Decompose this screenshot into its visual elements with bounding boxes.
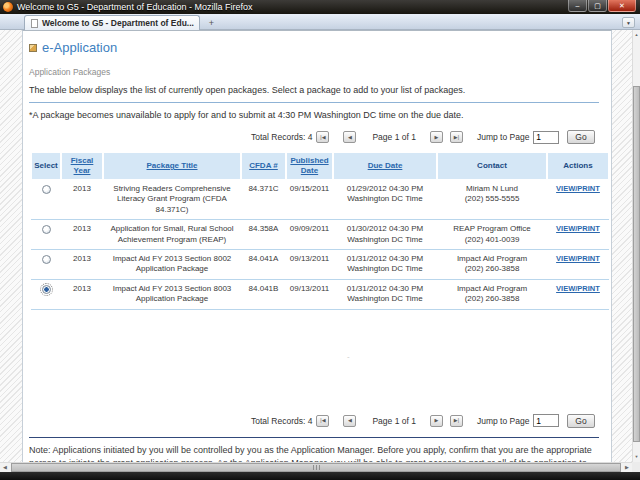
published-date-cell: 09/15/2011: [286, 180, 333, 220]
first-page-button[interactable]: |◀: [316, 415, 329, 427]
due-date-cell: 01/31/2012 04:30 PMWashington DC Time: [333, 280, 437, 310]
window-titlebar[interactable]: Welcome to G5 - Department of Education …: [0, 0, 640, 14]
table-header-row: Select Fiscal Year Package Title CFDA # …: [31, 152, 609, 180]
row-select-radio[interactable]: [42, 225, 51, 234]
page-indicator: Page 1 of 1: [372, 416, 415, 426]
last-page-button[interactable]: ▶|: [450, 415, 463, 427]
published-date-cell: 09/13/2011: [286, 280, 333, 310]
scroll-left-icon[interactable]: ◀: [0, 463, 10, 472]
view-print-link[interactable]: VIEW/PRINT: [556, 284, 600, 293]
actions-cell: VIEW/PRINT: [547, 280, 609, 310]
page-content: e-Application Application Packages The t…: [22, 30, 612, 462]
fiscal-year-cell: 2013: [61, 220, 103, 250]
divider-navy: [29, 437, 599, 438]
published-date-cell: 09/09/2011: [286, 220, 333, 250]
pagination-top: Total Records: 4 |◀ ◀ Page 1 of 1 ▶ ▶| J…: [251, 130, 601, 144]
table-row: 2013 Striving Readers Comprehensive Lite…: [31, 180, 609, 220]
scroll-down-icon[interactable]: ▼: [633, 452, 640, 462]
row-select-radio[interactable]: [42, 185, 51, 194]
next-page-button[interactable]: ▶: [430, 415, 443, 427]
contact-cell: Impact Aid Program(202) 260-3858: [437, 250, 547, 280]
window-title: Welcome to G5 - Department of Education …: [17, 2, 252, 12]
package-title-cell: Application for Small, Rural School Achi…: [103, 220, 241, 250]
window-bottom-edge: [0, 472, 640, 480]
header-cfda[interactable]: CFDA #: [241, 152, 286, 180]
contact-cell: Impact Aid Program(202) 260-3858: [437, 280, 547, 310]
package-title-cell: Impact Aid FY 2013 Section 8003 Applicat…: [103, 280, 241, 310]
last-page-button[interactable]: ▶|: [450, 131, 463, 143]
close-button[interactable]: ✕: [608, 0, 636, 12]
contact-cell: REAP Program Office(202) 401-0039: [437, 220, 547, 250]
e-application-icon: [29, 44, 37, 52]
stray-dash: -: [347, 352, 350, 361]
table-row: 2013 Impact Aid FY 2013 Section 8003 App…: [31, 280, 609, 310]
total-records-label: Total Records: 4: [251, 416, 312, 426]
new-tab-button[interactable]: +: [204, 17, 219, 28]
header-contact: Contact: [437, 152, 547, 180]
horizontal-scroll-thumb[interactable]: [11, 463, 621, 472]
pagination-bottom: Total Records: 4 |◀ ◀ Page 1 of 1 ▶ ▶| J…: [251, 414, 601, 428]
table-row: 2013 Application for Small, Rural School…: [31, 220, 609, 250]
published-date-cell: 09/13/2011: [286, 250, 333, 280]
select-cell: [31, 280, 61, 310]
header-due-date[interactable]: Due Date: [333, 152, 437, 180]
page-header: e-Application: [29, 40, 601, 55]
actions-cell: VIEW/PRINT: [547, 250, 609, 280]
jump-to-page-label: Jump to Page: [477, 416, 529, 426]
scroll-right-icon[interactable]: ▶: [622, 463, 632, 472]
intro-text: The table below displays the list of cur…: [29, 85, 601, 95]
tab-welcome-g5[interactable]: Welcome to G5 - Department of Edu...: [24, 15, 200, 30]
view-print-link[interactable]: VIEW/PRINT: [556, 224, 600, 233]
vertical-scroll-thumb[interactable]: [633, 86, 640, 442]
select-cell: [31, 250, 61, 280]
go-button[interactable]: Go: [567, 414, 594, 428]
contact-cell: Miriam N Lund(202) 555-5555: [437, 180, 547, 220]
jump-to-page-label: Jump to Page: [477, 132, 529, 142]
content-spacer: -: [29, 310, 601, 404]
view-print-link[interactable]: VIEW/PRINT: [556, 184, 600, 193]
maximize-button[interactable]: ▢: [588, 0, 607, 12]
scrollbar-corner: [632, 462, 640, 472]
vertical-scrollbar[interactable]: ▲ ▼: [632, 30, 640, 462]
window-controls: – ▢ ✕: [567, 0, 636, 12]
select-cell: [31, 220, 61, 250]
actions-cell: VIEW/PRINT: [547, 180, 609, 220]
firefox-window: Welcome to G5 - Department of Education …: [0, 0, 640, 480]
browser-viewport: e-Application Application Packages The t…: [0, 30, 640, 462]
due-date-cell: 01/30/2012 04:30 PMWashington DC Time: [333, 220, 437, 250]
cfda-cell: 84.358A: [241, 220, 286, 250]
go-button[interactable]: Go: [567, 130, 594, 144]
list-all-tabs-button[interactable]: ▼: [622, 17, 635, 28]
jump-to-page-input[interactable]: [533, 131, 559, 144]
header-actions: Actions: [547, 152, 609, 180]
previous-page-button[interactable]: ◀: [343, 131, 356, 143]
tab-title: Welcome to G5 - Department of Edu...: [42, 18, 194, 28]
header-package-title[interactable]: Package Title: [103, 152, 241, 180]
header-published-date[interactable]: Published Date: [286, 152, 333, 180]
cfda-cell: 84.041A: [241, 250, 286, 280]
page-icon: [31, 19, 38, 28]
due-date-cell: 01/29/2012 04:30 PMWashington DC Time: [333, 180, 437, 220]
header-fiscal-year[interactable]: Fiscal Year: [61, 152, 103, 180]
row-select-radio[interactable]: [42, 285, 51, 294]
row-select-radio[interactable]: [42, 255, 51, 264]
first-page-button[interactable]: |◀: [316, 131, 329, 143]
availability-note: *A package becomes unavailable to apply …: [29, 110, 601, 120]
cfda-cell: 84.371C: [241, 180, 286, 220]
next-page-button[interactable]: ▶: [430, 131, 443, 143]
fiscal-year-cell: 2013: [61, 250, 103, 280]
horizontal-scrollbar[interactable]: ◀ ▶: [0, 462, 632, 472]
view-print-link[interactable]: VIEW/PRINT: [556, 254, 600, 263]
jump-to-page-input[interactable]: [533, 414, 559, 427]
table-row: 2013 Impact Aid FY 2013 Section 8002 App…: [31, 250, 609, 280]
tab-bar: Welcome to G5 - Department of Edu... + ▼: [0, 14, 640, 30]
scroll-up-icon[interactable]: ▲: [633, 30, 640, 40]
minimize-button[interactable]: –: [568, 0, 587, 12]
firefox-icon: [3, 2, 13, 12]
total-records-label: Total Records: 4: [251, 132, 312, 142]
packages-table: Select Fiscal Year Package Title CFDA # …: [31, 152, 609, 310]
previous-page-button[interactable]: ◀: [343, 415, 356, 427]
section-label: Application Packages: [29, 67, 601, 77]
package-title-cell: Striving Readers Comprehensive Literacy …: [103, 180, 241, 220]
page-title: e-Application: [42, 40, 117, 55]
